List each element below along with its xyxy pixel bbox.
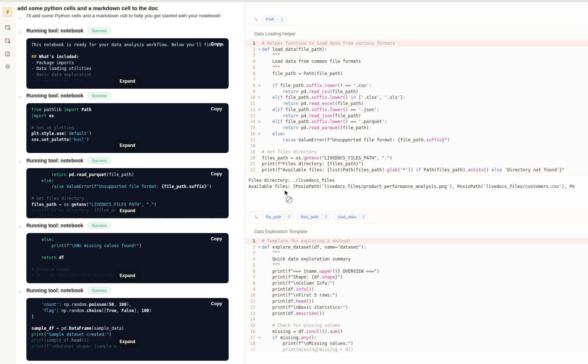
tool-code-block: Copy return pd.read_parquet(file_path) e…: [26, 168, 229, 218]
expand-button[interactable]: Expand: [116, 272, 139, 280]
pill-count: 0: [322, 214, 330, 220]
tool-run-label: Running tool: notebook: [26, 223, 83, 228]
tool-code-block: Copy else: print(f"\nNo missing values f…: [26, 233, 229, 283]
tool-run-header: Running tool: notebook Success: [26, 222, 111, 229]
pill-label: load_data: [334, 214, 359, 220]
status-badge: Success: [88, 27, 111, 34]
pill-label: file_path: [263, 214, 285, 220]
lightning-icon[interactable]: [2, 6, 13, 17]
expand-button[interactable]: Expand: [116, 207, 139, 215]
panel-search-icon[interactable]: [2, 22, 13, 33]
pill-count: 0: [359, 214, 368, 220]
user-prompt-title: add some python cells and a markdown cel…: [17, 5, 158, 11]
divider: [245, 25, 588, 26]
tool-run-label: Running tool: notebook: [26, 288, 83, 293]
status-badge: Success: [88, 222, 111, 229]
path-import-pill[interactable]: Path 1: [262, 16, 286, 22]
expand-button[interactable]: Expand: [116, 338, 139, 346]
divider: [245, 237, 588, 237]
tool-run-label: Running tool: notebook: [26, 28, 83, 34]
not-allowed-icon: [286, 196, 293, 203]
assistant-intro-text: I'll add some Python cells and a markdow…: [26, 13, 221, 18]
timeline-dot: [19, 226, 21, 228]
variable-pill-file-path[interactable]: file_path 0: [262, 214, 294, 220]
divider: [245, 175, 588, 175]
timeline-dot: [19, 31, 21, 33]
hook-arrow-icon: ↳: [254, 17, 259, 22]
panel-badge-icon[interactable]: [2, 35, 13, 46]
tool-code-block: Copy from pathlib import Pathimport os #…: [26, 103, 229, 153]
copy-button[interactable]: Copy: [209, 301, 224, 307]
notebook-editor-panel: ↳ Path 1 Data Loading Helper 1# Helper f…: [245, 2, 588, 364]
divider: [245, 223, 588, 223]
tool-run-header: Running tool: notebook Success: [26, 287, 111, 294]
code-editor-data-loading[interactable]: 1# Helper function to load data from var…: [245, 40, 588, 173]
cell-title-data-exploration-template[interactable]: Data Exploration Template: [254, 229, 307, 234]
code-editor-data-exploration[interactable]: 1# Template for exploring a dataset2def …: [245, 238, 588, 353]
tool-code-block: Copy 'count': np.random.poisson(50, 100)…: [26, 298, 229, 361]
tool-run-label: Running tool: notebook: [26, 158, 83, 163]
copy-button[interactable]: Copy: [209, 236, 224, 242]
status-badge: Success: [88, 92, 111, 99]
tool-code-block: Copy This notebook is ready for your dat…: [26, 38, 229, 89]
tool-run-header: Running tool: notebook Success: [26, 27, 111, 34]
expand-button[interactable]: Expand: [116, 77, 139, 85]
variables-badge-row: ↳ file_path 0 files_path 0 load_data 0: [254, 214, 368, 220]
imports-badge-row: ↳ Path 1: [254, 16, 286, 22]
status-badge: Success: [88, 157, 111, 164]
timeline-dot: [19, 17, 21, 19]
pill-count: 1: [277, 16, 286, 22]
copy-button[interactable]: Copy: [209, 171, 224, 177]
variable-pill-files-path[interactable]: files_path 0: [297, 214, 331, 220]
hook-arrow-icon: ↳: [254, 214, 259, 219]
timeline-dot: [19, 291, 21, 293]
clipboard-sync-icon[interactable]: [2, 48, 13, 59]
pill-label: files_path: [298, 214, 322, 220]
chat-transcript-panel: add some python cells and a markdown cel…: [16, 2, 245, 364]
expand-button[interactable]: Expand: [116, 141, 139, 149]
output-line: Available files: [PosixPath('livedocs_fi…: [248, 184, 588, 190]
cell-output: Files directory: ./livedocs_files Availa…: [248, 177, 588, 189]
tool-run-header: Running tool: notebook Success: [26, 92, 111, 99]
settings-gear-icon[interactable]: [2, 61, 13, 72]
code-fade-overlay: [26, 346, 229, 361]
tool-run-header: Running tool: notebook Success: [26, 157, 111, 164]
timeline-dot: [19, 161, 21, 163]
variable-pill-load-data[interactable]: load_data 0: [334, 214, 368, 220]
copy-button[interactable]: Copy: [209, 41, 224, 47]
divider: [245, 39, 588, 39]
timeline-dot: [19, 96, 21, 98]
cell-title-data-loading-helper[interactable]: Data Loading Helper: [254, 31, 296, 36]
status-badge: Success: [88, 287, 111, 294]
left-icon-sidebar: [0, 2, 16, 364]
pill-count: 0: [285, 214, 293, 220]
copy-button[interactable]: Copy: [209, 106, 224, 112]
output-line: Files directory: ./livedocs_files: [248, 177, 588, 184]
divider: [245, 211, 588, 211]
pill-label: Path: [263, 16, 278, 22]
tool-run-label: Running tool: notebook: [26, 93, 83, 98]
